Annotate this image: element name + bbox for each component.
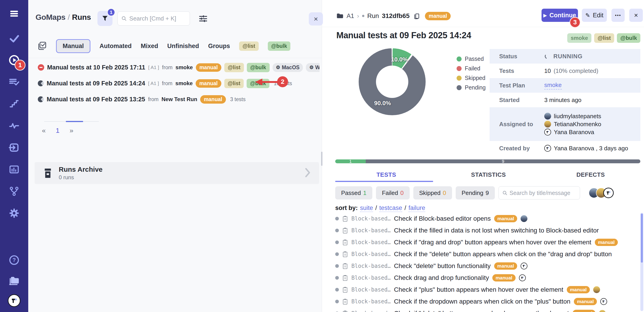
bar-chart-icon[interactable] [8, 164, 20, 175]
tests-search-input[interactable] [510, 190, 576, 196]
test-row[interactable]: Block-based… Check if the filled in data… [332, 224, 644, 236]
archive-icon [43, 168, 53, 178]
select-all-icon[interactable] [37, 41, 47, 51]
search-icon [122, 16, 126, 22]
filter-pending-button[interactable]: Pending9 [456, 186, 495, 200]
dot-icon [362, 15, 364, 17]
edit-button[interactable]: ✎ Edit [582, 9, 607, 22]
more-actions-button[interactable]: ••• [612, 9, 625, 22]
gear-icon[interactable] [8, 207, 20, 219]
breadcrumb-suite[interactable]: A1 [346, 12, 354, 20]
run-row-3[interactable]: Manual tests at 09 Feb 2025 13:25 from N… [35, 92, 320, 106]
bulk-tag[interactable]: @bulk [617, 33, 640, 43]
test-row[interactable]: Block-based… Check if the "delete" butto… [332, 248, 644, 260]
run-tests-count: 3 tests [230, 96, 246, 102]
folder-icon[interactable] [8, 275, 20, 286]
tag-filter-bulk[interactable]: @bulk [268, 42, 290, 51]
info-row-status: Status RUNNING [490, 49, 640, 64]
test-title: Check drag and drop functionality [394, 274, 489, 282]
result-filters: Passed1 Failed0 Skipped0 Pending9 [335, 186, 614, 200]
pagination-page-1[interactable]: 1 [56, 126, 60, 134]
clipboard-icon [342, 298, 348, 305]
copy-icon[interactable] [413, 12, 420, 20]
macos-badge: ⚙MacOS [272, 63, 303, 72]
tab-unfinished[interactable]: Unfinished [168, 42, 199, 50]
tab-manual[interactable]: Manual [56, 39, 90, 53]
git-branch-icon[interactable] [8, 186, 20, 197]
test-row[interactable]: Block-based… Check if Block-based editor… [332, 213, 644, 224]
activity-icon[interactable] [8, 120, 20, 132]
manual-badge: manual [567, 286, 590, 293]
tab-defects[interactable]: DEFECTS [540, 171, 642, 178]
help-icon[interactable]: ? [8, 254, 20, 266]
smoke-tag[interactable]: smoke [567, 33, 592, 43]
close-runs-panel-button[interactable]: × [309, 12, 323, 26]
filter-button[interactable]: 1 [98, 11, 112, 26]
panel-drag-handle[interactable] [321, 152, 322, 166]
chart-legend: Passed Failed Skipped Pending [456, 56, 486, 94]
list-tag[interactable]: @list [594, 33, 614, 43]
filter-skipped-button[interactable]: Skipped0 [413, 186, 452, 200]
tab-groups[interactable]: Groups [208, 42, 230, 50]
test-row[interactable]: Block-based… Check if "drag and drop" bu… [332, 236, 644, 248]
run-title: Manual tests at 09 Feb 2025 13:25 [47, 96, 145, 103]
filter-count-badge: 1 [107, 8, 115, 16]
list-check-icon[interactable] [8, 76, 20, 88]
test-row[interactable]: Block-based… Check drag and drop functio… [332, 272, 644, 284]
test-row[interactable]: Block-based… Check if "plus" button appe… [332, 284, 644, 296]
avatar [520, 215, 528, 222]
tab-tests[interactable]: TESTS [335, 171, 438, 178]
tests-scrollbar[interactable] [640, 213, 643, 311]
pencil-icon: ✎ [585, 12, 590, 19]
view-settings-icon[interactable] [198, 14, 208, 24]
runs-archive-row[interactable]: Runs Archive 0 runs [34, 162, 319, 184]
archive-title: Runs Archive [59, 166, 102, 173]
menu-icon[interactable] [8, 8, 20, 20]
clipboard-icon [342, 216, 348, 222]
close-detail-button[interactable]: × [629, 9, 643, 22]
run-detail-title: Manual tests at 09 Feb 2025 14:24 [336, 30, 471, 40]
manual-badge: manual [200, 95, 226, 104]
scrollbar-thumb[interactable] [641, 214, 643, 262]
running-status-icon [38, 80, 44, 86]
pagination-prev[interactable]: « [42, 126, 46, 134]
test-suite: Block-based… [352, 275, 390, 281]
manual-badge: manual [196, 63, 222, 72]
info-row-tests: Tests 10(10% completed) [490, 64, 640, 78]
tag-filter-list[interactable]: @list [239, 42, 259, 51]
sort-by-failure[interactable]: failure [408, 204, 426, 212]
annotation-badge-2: 2 [277, 76, 288, 87]
search-input[interactable] [129, 15, 186, 22]
sort-by-testcase[interactable]: testcase [380, 204, 402, 212]
clipboard-icon [342, 275, 348, 281]
pending-dot-icon [335, 240, 339, 244]
assignee-avatar-group[interactable] [589, 188, 614, 198]
pagination-next[interactable]: » [70, 126, 73, 134]
detail-breadcrumb: A1 › Run 312dfb65 manual [336, 11, 451, 21]
tests-search [498, 186, 580, 200]
test-row[interactable]: Block-based… Check if "delete" button ap… [332, 308, 644, 312]
sort-by-suite[interactable]: suite [360, 204, 373, 212]
test-row[interactable]: Block-based… Check if the dropdown appea… [332, 296, 644, 308]
breadcrumb-project[interactable]: GoMaps [36, 13, 65, 22]
assignee-name: liudmylastepanets [554, 113, 601, 120]
tab-automated[interactable]: Automated [100, 42, 132, 50]
test-title: Check "delete" button functionality [394, 262, 491, 270]
detail-tabs: TESTS STATISTICS DEFECTS [335, 171, 642, 178]
steps-icon[interactable] [8, 98, 20, 110]
stopped-status-icon [38, 64, 44, 70]
filter-passed-button[interactable]: Passed1 [335, 186, 372, 200]
check-icon[interactable] [8, 32, 20, 44]
test-title: Check if "plus" button appears when hove… [394, 286, 564, 293]
tab-mixed[interactable]: Mixed [141, 42, 158, 50]
test-plan-link[interactable]: smoke [544, 82, 562, 90]
clipboard-icon [342, 239, 348, 246]
run-row-1[interactable]: Manual tests at 10 Feb 2025 17:11 [ A1 ]… [35, 60, 320, 75]
test-suite: Block-based… [352, 286, 390, 293]
profile-logo-avatar[interactable] [8, 294, 20, 307]
tab-statistics[interactable]: STATISTICS [438, 171, 540, 178]
run-title: Manual tests at 10 Feb 2025 17:11 [47, 64, 145, 71]
filter-failed-button[interactable]: Failed0 [376, 186, 410, 200]
test-row[interactable]: Block-based… Check "delete" button funct… [332, 260, 644, 272]
sign-in-icon[interactable] [8, 142, 20, 154]
